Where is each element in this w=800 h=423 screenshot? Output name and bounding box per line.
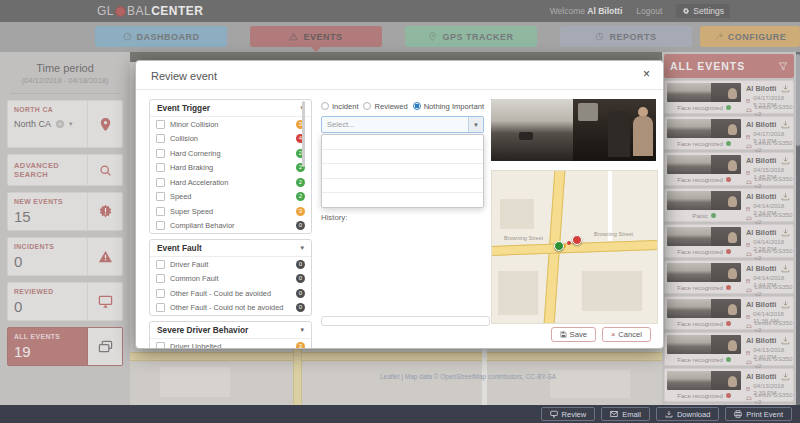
section-header[interactable]: Severe Driver Behavior▾ [150,322,311,339]
score-option[interactable] [322,164,483,179]
cabin-seat [608,111,630,157]
fault-checkbox-row[interactable]: Driver Fault 0 [150,257,311,272]
checkbox[interactable] [156,149,165,158]
checkbox[interactable] [156,207,165,216]
score-options-list [321,134,484,208]
checkbox[interactable] [156,134,165,143]
checkbox[interactable] [156,192,165,201]
score-badge: 0 [296,274,305,283]
trigger-checkbox-row[interactable]: Speed 2 [150,190,311,205]
score-badge: 3 [296,342,305,349]
trigger-label: Collision [170,134,296,143]
map-block [498,271,538,315]
radio-icon[interactable] [413,102,421,110]
checkbox[interactable] [156,342,165,349]
score-option[interactable] [322,150,483,165]
fault-checkbox-row[interactable]: Other Fault - Could be avoided 0 [150,286,311,301]
road-view [491,99,573,161]
media-column: Browning Street Browning Street [491,99,656,324]
review-event-modal: Review event × Event Trigger▾ Minor Coll… [135,60,664,349]
email-button[interactable]: Email [601,407,650,421]
fault-label: Other Fault - Could be avoided [170,289,296,298]
trigger-checkbox-row[interactable]: Collision 4 [150,132,311,147]
severe-checkbox-row[interactable]: Driver Unbelted 3 [150,339,311,349]
bottom-toolbar: Review Email Download Print Event [0,405,800,423]
modal-title: Review event [151,70,217,82]
checkbox[interactable] [156,303,165,312]
checkbox[interactable] [156,221,165,230]
select-dropdown-button[interactable]: ▼ [468,117,483,132]
checkbox[interactable] [156,260,165,269]
trigger-label: Speed [170,192,296,201]
map-marker-end[interactable] [572,235,582,245]
street-label: Browning Street [504,235,543,241]
fault-checkbox-row[interactable]: Common Fault 0 [150,272,311,287]
event-trigger-panel: Event Trigger▾ Minor Collision 3 Collisi… [149,99,312,349]
trigger-checkbox-row[interactable]: Hard Braking 2 [150,161,311,176]
download-icon [665,410,673,418]
trigger-checkbox-row[interactable]: Hard Acceleration 2 [150,175,311,190]
chevron-down-icon: ▾ [300,244,304,252]
chevron-down-icon: ▼ [473,122,479,128]
close-icon: × [611,330,615,339]
score-badge: 2 [296,192,305,201]
section-event-trigger: Event Trigger▾ Minor Collision 3 Collisi… [149,99,312,234]
radio-icon[interactable] [363,102,371,110]
download-button[interactable]: Download [656,407,719,421]
dashcam-photo[interactable] [491,99,656,161]
checkbox[interactable] [156,120,165,129]
section-event-fault: Event Fault▾ Driver Fault 0 Common Fault… [149,239,312,316]
monitor-icon [550,410,558,418]
vehicle-ahead [519,132,533,140]
score-badge: 0 [296,289,305,298]
map-marker-start[interactable] [554,241,564,251]
review-status-radios: Incident Reviewed Nothing Important [321,99,484,113]
trigger-label: Hard Cornering [170,149,296,158]
trigger-checkbox-row[interactable]: Minor Collision 3 [150,117,311,132]
status-radio[interactable]: Nothing Important [413,102,484,111]
floppy-save-icon [560,331,567,338]
score-badge: 2 [296,178,305,187]
panel-scrollbar[interactable] [302,101,305,167]
review-button[interactable]: Review [541,407,596,421]
score-select[interactable]: Select... ▼ [321,116,484,133]
score-badge: 0 [296,221,305,230]
fault-checkbox-row[interactable]: Other Fault - Could not be avoided 0 [150,301,311,316]
checkbox[interactable] [156,289,165,298]
select-placeholder: Select... [322,120,468,129]
fault-label: Other Fault - Could not be avoided [170,303,296,312]
trigger-checkbox-row[interactable]: Compliant Behavior 0 [150,219,311,234]
chevron-down-icon: ▾ [300,326,304,334]
severe-label: Driver Unbelted [170,342,296,349]
status-radio[interactable]: Reviewed [363,102,407,111]
modal-actions: Save × Cancel [551,327,651,342]
close-icon[interactable]: × [643,68,650,80]
trigger-checkbox-row[interactable]: Super Speed 3 [150,204,311,219]
review-form-column: Incident Reviewed Nothing Important Sele… [321,99,484,222]
cancel-button[interactable]: × Cancel [602,327,651,342]
radio-icon[interactable] [321,102,329,110]
checkbox[interactable] [156,274,165,283]
trigger-checkbox-row[interactable]: Hard Cornering 2 [150,146,311,161]
score-badge: 0 [296,303,305,312]
divider [136,89,663,90]
score-badge: 3 [296,207,305,216]
status-radio[interactable]: Incident [321,102,359,111]
checkbox[interactable] [156,163,165,172]
score-option[interactable] [322,193,483,207]
score-badge: 0 [296,260,305,269]
fault-label: Driver Fault [170,260,296,269]
street-label: Browning Street [594,231,633,237]
radio-label: Reviewed [374,102,407,111]
save-button[interactable]: Save [551,327,596,342]
section-header[interactable]: Event Trigger▾ [150,100,311,117]
trigger-label: Super Speed [170,207,296,216]
section-header[interactable]: Event Fault▾ [150,240,311,257]
checkbox[interactable] [156,178,165,187]
fault-label: Common Fault [170,274,296,283]
score-option[interactable] [322,179,483,194]
print-event-button[interactable]: Print Event [725,407,792,421]
event-location-map[interactable]: Browning Street Browning Street [491,170,658,324]
radio-label: Nothing Important [424,102,484,111]
score-option[interactable] [322,135,483,150]
